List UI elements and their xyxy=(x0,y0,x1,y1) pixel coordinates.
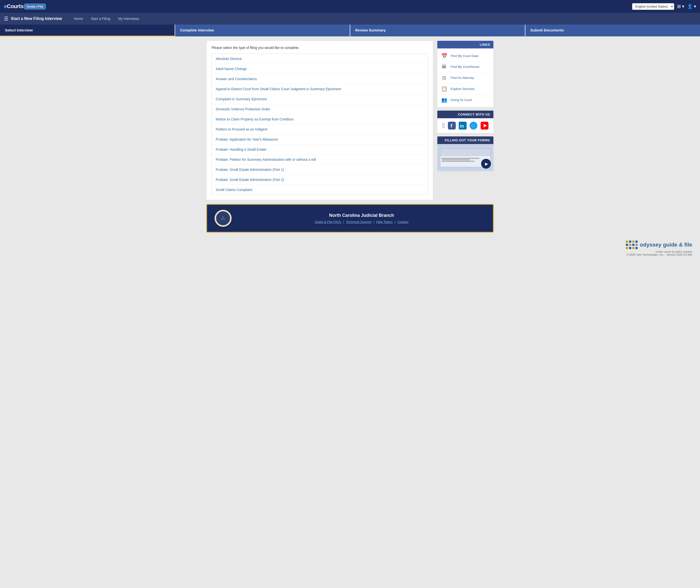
nav-my-interviews[interactable]: My Interviews xyxy=(118,17,139,21)
footer-org-name: North Carolina Judicial Branch xyxy=(237,213,486,218)
footer-link[interactable]: Contact xyxy=(398,220,409,224)
play-button[interactable] xyxy=(481,159,491,169)
social-row:  f in 🐦 xyxy=(437,118,493,133)
filing-link[interactable]: Probate: Small Estate Administration (Pa… xyxy=(216,168,284,172)
user-button[interactable]: 👤 ▾ xyxy=(687,4,696,9)
video-thumbnail[interactable] xyxy=(437,144,493,171)
odyssey-dots xyxy=(626,240,638,249)
filing-item[interactable]: Answer and Counterclaims xyxy=(212,74,428,84)
sidebar-link-text: Going To Court xyxy=(451,98,472,102)
sidebar-link-icon: 👥 xyxy=(441,97,448,103)
instruction-text: Please select the type of filing you wou… xyxy=(211,46,428,50)
nav-start-filing[interactable]: Start a Filing xyxy=(91,17,110,21)
filing-item[interactable]: Probate: Handling a Small Estate xyxy=(212,145,428,155)
youtube-icon[interactable] xyxy=(481,122,489,130)
footer-box: NCSEAL North Carolina Judicial Branch Gu… xyxy=(206,204,494,233)
footer-link[interactable]: Help Topics xyxy=(376,220,393,224)
filing-link[interactable]: Absolute Divorce xyxy=(216,57,242,61)
filing-item[interactable]: Probate: Small Estate Administration (Pa… xyxy=(212,175,428,185)
step-select-interview[interactable]: Select Interview xyxy=(0,25,175,36)
step-review-summary[interactable]: Review Summary xyxy=(350,25,525,36)
footer-text-area: North Carolina Judicial Branch Guide & F… xyxy=(237,213,486,224)
video-header: FILLING OUT YOUR FORMS xyxy=(437,136,493,144)
bottom-branding: odyssey guide & file a tyler courts & ju… xyxy=(0,236,700,262)
filing-item[interactable]: Probate: Application for Year's Allowanc… xyxy=(212,134,428,145)
footer-container: NCSEAL North Carolina Judicial Branch Gu… xyxy=(202,204,498,233)
video-card: FILLING OUT YOUR FORMS xyxy=(437,136,494,171)
filing-link[interactable]: Probate: Handling a Small Estate xyxy=(216,147,266,151)
filing-item[interactable]: Adult Name Change xyxy=(212,64,428,74)
svg-text:in: in xyxy=(460,124,464,129)
filing-item[interactable]: Absolute Divorce xyxy=(212,54,428,64)
sidebar-link-icon: 📅 xyxy=(441,53,448,59)
sidebar-link-text: Find My Courthouse xyxy=(451,65,479,69)
sidebar-link-icon: 🏛 xyxy=(441,64,448,70)
sidebar-link-icon: ⚖ xyxy=(441,75,448,81)
nav-title: Start a New Filing Interview xyxy=(11,16,62,21)
nav-home[interactable]: Home xyxy=(74,17,83,21)
filing-list: Absolute DivorceAdult Name ChangeAnswer … xyxy=(211,54,428,195)
svg-text:f: f xyxy=(451,123,452,129)
facebook-icon[interactable]:  xyxy=(442,122,445,130)
step-submit-documents[interactable]: Submit Documents xyxy=(525,25,700,36)
sidebar-link-item[interactable]: 👥Going To Court xyxy=(437,94,493,105)
filing-link[interactable]: Adult Name Change xyxy=(216,67,247,71)
linkedin-icon[interactable]: in xyxy=(459,122,467,130)
filing-item[interactable]: Complaint in Summary Ejectment xyxy=(212,94,428,104)
filing-link[interactable]: Motion to Claim Property as Exempt from … xyxy=(216,117,294,121)
left-panel: Please select the type of filing you wou… xyxy=(206,41,433,200)
top-right-controls: English (United States) ⊞ ▾ 👤 ▾ xyxy=(632,3,696,10)
apps-button[interactable]: ⊞ ▾ xyxy=(677,4,684,9)
filing-link[interactable]: Petition to Proceed as an Indigent xyxy=(216,127,267,131)
sidebar-link-item[interactable]: 📋Explore Services xyxy=(437,83,493,94)
language-selector[interactable]: English (United States) xyxy=(632,3,674,10)
logo-badge: Guide&File xyxy=(24,4,46,9)
main-nav-links: Home Start a Filing My Interviews xyxy=(74,17,139,21)
filing-link[interactable]: Answer and Counterclaims xyxy=(216,77,257,81)
filing-link[interactable]: Probate: Petition for Summary Administra… xyxy=(216,158,316,162)
footer-separator: | xyxy=(395,220,395,224)
filing-item[interactable]: Probate: Petition for Summary Administra… xyxy=(212,155,428,165)
footer-links: Guide & File FAQs | Technical Support | … xyxy=(237,220,486,224)
links-header: LINKS xyxy=(437,41,493,48)
odyssey-subtitle: a tyler courts & justice solution xyxy=(8,250,692,253)
filing-item[interactable]: Probate: Small Estate Administration (Pa… xyxy=(212,165,428,175)
secondary-navigation: ☰ Start a New Filing Interview Home Star… xyxy=(0,13,700,25)
connect-header: CONNECT WITH US xyxy=(437,111,493,118)
filing-link[interactable]: Domestic Violence Protective Order xyxy=(216,107,270,111)
steps-bar: Select Interview Complete Interview Revi… xyxy=(0,25,700,37)
logo-text: eCourts xyxy=(4,3,24,10)
filing-link[interactable]: Appeal to District Court from Small Clai… xyxy=(216,87,341,91)
footer-separator: | xyxy=(374,220,374,224)
footer-link[interactable]: Technical Support xyxy=(346,220,372,224)
sidebar-link-item[interactable]: 📅Find My Court Date xyxy=(437,50,493,61)
footer-link[interactable]: Guide & File FAQs xyxy=(315,220,341,224)
filing-item[interactable]: Petition to Proceed as an Indigent xyxy=(212,124,428,134)
odyssey-logo: odyssey guide & file xyxy=(8,240,692,249)
filing-link[interactable]: Complaint in Summary Ejectment xyxy=(216,97,267,101)
sidebar-link-text: Find An Attorney xyxy=(451,76,474,80)
filing-link[interactable]: Probate: Small Estate Administration (Pa… xyxy=(216,178,284,182)
svg-text:🐦: 🐦 xyxy=(471,124,476,128)
twitter-icon[interactable]: 🐦 xyxy=(470,122,478,130)
filing-link[interactable]: Probate: Application for Year's Allowanc… xyxy=(216,137,278,141)
facebook-icon[interactable]: f xyxy=(448,122,456,130)
state-seal: NCSEAL xyxy=(214,210,232,227)
links-card: LINKS 📅Find My Court Date🏛Find My Courth… xyxy=(437,41,494,107)
filing-item[interactable]: Small Claims Complaint xyxy=(212,185,428,195)
main-content-area: Please select the type of filing you wou… xyxy=(202,37,498,204)
sidebar-link-text: Explore Services xyxy=(451,87,475,91)
sidebar-link-item[interactable]: ⚖Find An Attorney xyxy=(437,72,493,83)
filing-link[interactable]: Small Claims Complaint xyxy=(216,188,252,192)
filing-item[interactable]: Domestic Violence Protective Order xyxy=(212,104,428,114)
filing-item[interactable]: Appeal to District Court from Small Clai… xyxy=(212,84,428,94)
filing-item[interactable]: Motion to Claim Property as Exempt from … xyxy=(212,114,428,124)
odyssey-name: odyssey guide & file xyxy=(640,242,692,248)
connect-card: CONNECT WITH US  f in 🐦 xyxy=(437,110,494,133)
right-sidebar: LINKS 📅Find My Court Date🏛Find My Courth… xyxy=(437,41,494,200)
step-complete-interview[interactable]: Complete Interview xyxy=(175,25,350,36)
sidebar-link-item[interactable]: 🏛Find My Courthouse xyxy=(437,61,493,72)
sidebar-link-text: Find My Court Date xyxy=(451,54,478,58)
hamburger-menu[interactable]: ☰ Start a New Filing Interview xyxy=(4,16,62,22)
links-list: 📅Find My Court Date🏛Find My Courthouse⚖F… xyxy=(437,48,493,107)
